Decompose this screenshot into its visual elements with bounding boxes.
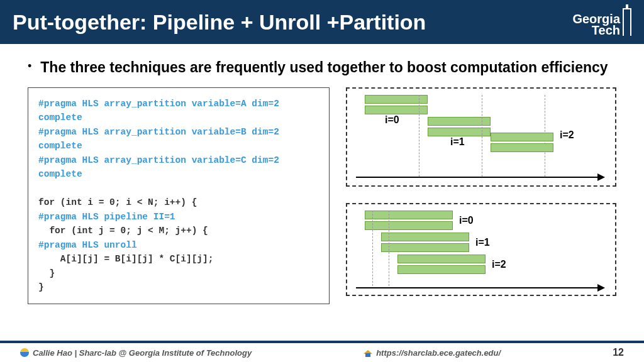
content-columns: #pragma HLS array_partition variable=A d… xyxy=(28,87,616,304)
task-bar xyxy=(365,95,428,104)
url-text: https://sharclab.ece.gatech.edu/ xyxy=(376,348,501,358)
task-bar xyxy=(428,128,491,136)
footer-content: Callie Hao | Sharc-lab @ Georgia Institu… xyxy=(0,343,644,362)
home-icon xyxy=(364,348,372,357)
bullet-text: The three techniques are frequently used… xyxy=(40,59,608,76)
stage-divider xyxy=(389,211,389,286)
logo-line2: Tech xyxy=(572,25,620,36)
iter-label: i=1 xyxy=(475,237,490,248)
code-line: } xyxy=(38,266,319,280)
code-line: #pragma HLS array_partition variable=B d… xyxy=(38,125,319,153)
time-axis-arrow xyxy=(356,177,604,178)
iter-label: i=2 xyxy=(560,129,574,141)
code-line: #pragma HLS pipeline II=1 xyxy=(38,210,319,224)
gatech-logo: Georgia Tech xyxy=(572,8,631,36)
slide: Put-together: Pipeline + Unroll +Partiti… xyxy=(0,0,644,362)
task-bar xyxy=(428,117,491,126)
code-line: #pragma HLS unroll xyxy=(38,238,319,252)
globe-icon xyxy=(20,348,29,357)
task-bar xyxy=(365,106,428,114)
iter-label: i=0 xyxy=(459,215,474,226)
header-bar: Put-together: Pipeline + Unroll +Partiti… xyxy=(0,0,644,44)
task-bar xyxy=(365,211,453,219)
code-line: #pragma HLS array_partition variable=C d… xyxy=(38,153,319,182)
task-bar xyxy=(397,255,486,263)
code-line: for (int i = 0; i < N; i++) { xyxy=(38,195,319,209)
page-number: 12 xyxy=(613,347,624,358)
footer: Callie Hao | Sharc-lab @ Georgia Institu… xyxy=(0,341,644,362)
stage-divider xyxy=(419,95,419,177)
author-text: Callie Hao | Sharc-lab @ Georgia Institu… xyxy=(33,348,252,358)
slide-body: • The three techniques are frequently us… xyxy=(0,44,644,304)
slide-title: Put-together: Pipeline + Unroll +Partiti… xyxy=(13,10,426,35)
stage-divider xyxy=(482,95,482,177)
task-bar xyxy=(381,233,469,241)
task-bar xyxy=(491,143,553,152)
task-bar xyxy=(365,221,453,230)
code-line: } xyxy=(38,280,319,294)
time-axis-arrow xyxy=(356,287,604,288)
code-line: for (int j = 0; j < M; j++) { xyxy=(38,224,319,238)
tech-tower-icon xyxy=(623,8,631,36)
footer-url: https://sharclab.ece.gatech.edu/ xyxy=(364,348,501,358)
code-line: #pragma HLS array_partition variable=A d… xyxy=(38,97,319,125)
code-line: A[i][j] = B[i][j] * C[i][j]; xyxy=(38,252,319,266)
footer-author: Callie Hao | Sharc-lab @ Georgia Institu… xyxy=(20,348,252,358)
code-block: #pragma HLS array_partition variable=A d… xyxy=(28,87,330,304)
task-bar xyxy=(397,265,486,274)
stage-divider xyxy=(372,211,373,286)
task-bar xyxy=(381,243,469,252)
task-bar xyxy=(491,133,553,141)
pipeline-diagram-top: i=0 i=1 xyxy=(346,87,616,187)
pipeline-diagram-bottom: i=0 i=1 xyxy=(346,203,616,296)
bullet-dot-icon: • xyxy=(28,59,31,74)
diagrams-column: i=0 i=1 xyxy=(346,87,616,304)
iter-label: i=2 xyxy=(492,259,506,270)
bullet-item: • The three techniques are frequently us… xyxy=(28,59,616,76)
